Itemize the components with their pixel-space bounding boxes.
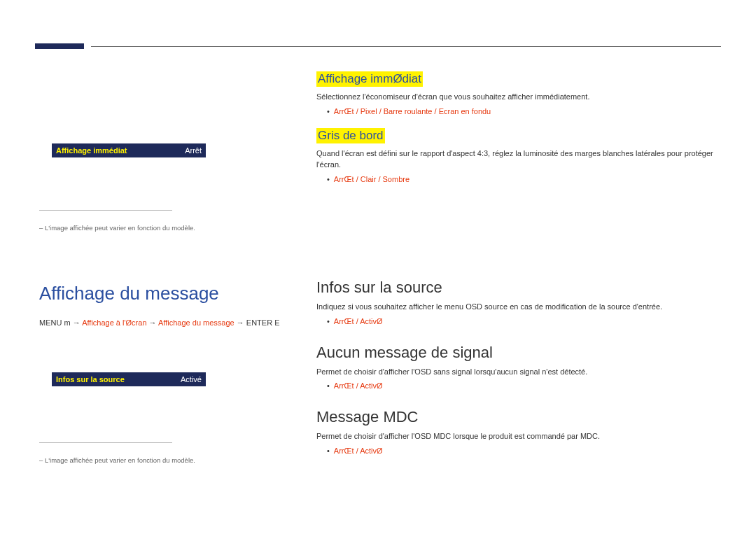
desc-message-mdc: Permet de choisir d'afficher l'OSD MDC l…: [316, 430, 722, 442]
options-gris-de-bord: •ArrŒt / Clair / Sombre: [316, 175, 722, 183]
breadcrumb-p1: Affichage à l'Øcran: [82, 318, 146, 327]
note-2: L'image affichée peut varier en fonction…: [39, 456, 284, 464]
section-infos-source: Infos sur la source Indiquez si vous sou…: [316, 279, 722, 325]
menu-row-infos-source[interactable]: Infos sur la source Activé: [52, 372, 206, 386]
desc-infos-source: Indiquez si vous souhaitez afficher le m…: [316, 301, 722, 313]
heading-gris-de-bord: Gris de bord: [316, 128, 385, 143]
section-gris-de-bord: Gris de bord Quand l'écran est défini su…: [316, 128, 722, 183]
menu-row-affichage-immediat[interactable]: Affichage immédiat Arrêt: [52, 143, 206, 157]
heading-aucun-message: Aucun message de signal: [316, 344, 722, 362]
divider-1: [39, 210, 172, 211]
desc-aucun-message: Permet de choisir d'afficher l'OSD sans …: [316, 366, 722, 378]
section-message-mdc: Message MDC Permet de choisir d'afficher…: [316, 408, 722, 455]
options-message-mdc: •ArrŒt / ActivØ: [316, 447, 722, 455]
note-1: L'image affichée peut varier en fonction…: [39, 224, 284, 232]
options-text: ArrŒt / Clair / Sombre: [334, 175, 410, 183]
divider-2: [39, 442, 172, 443]
heading-affichage-message: Affichage du message: [39, 283, 305, 304]
menu-label: Infos sur la source: [56, 375, 125, 384]
breadcrumb-sep: →: [147, 318, 159, 327]
options-affichage-immediat: •ArrŒt / Pixel / Barre roulante / Ecran …: [316, 107, 722, 115]
menu-value: Arrêt: [185, 146, 202, 155]
breadcrumb-enter: ENTER E: [246, 318, 280, 327]
header-divider: [91, 46, 721, 47]
breadcrumb-p2: Affichage du message: [158, 318, 234, 327]
options-text: ArrŒt / ActivØ: [334, 381, 383, 390]
breadcrumb-sep: →: [234, 318, 246, 327]
desc-affichage-immediat: Sélectionnez l'économiseur d'écran que v…: [316, 91, 722, 103]
right-column-upper: Affichage immØdiat Sélectionnez l'économ…: [316, 71, 722, 183]
breadcrumb-menu: MENU m: [39, 318, 71, 327]
left-section-affichage-message: Affichage du message MENU m → Affichage …: [39, 283, 305, 327]
options-infos-source: •ArrŒt / ActivØ: [316, 317, 722, 325]
options-text: ArrŒt / Pixel / Barre roulante / Ecran e…: [334, 107, 491, 115]
options-text: ArrŒt / ActivØ: [334, 317, 383, 325]
menu-label: Affichage immédiat: [56, 146, 127, 155]
desc-gris-de-bord: Quand l'écran est défini sur le rapport …: [316, 148, 722, 171]
header-accent-bar: [35, 43, 84, 49]
section-aucun-message: Aucun message de signal Permet de choisi…: [316, 344, 722, 391]
options-aucun-message: •ArrŒt / ActivØ: [316, 381, 722, 390]
section-affichage-immediat: Affichage immØdiat Sélectionnez l'économ…: [316, 71, 722, 115]
heading-message-mdc: Message MDC: [316, 408, 722, 426]
breadcrumb-sep: →: [71, 318, 83, 327]
heading-affichage-immediat: Affichage immØdiat: [316, 71, 423, 87]
menu-value: Activé: [181, 375, 202, 384]
right-column-lower: Infos sur la source Indiquez si vous sou…: [316, 279, 722, 455]
heading-infos-source: Infos sur la source: [316, 279, 722, 297]
breadcrumb-affichage-message: MENU m → Affichage à l'Øcran → Affichage…: [39, 318, 305, 327]
options-text: ArrŒt / ActivØ: [334, 447, 383, 455]
